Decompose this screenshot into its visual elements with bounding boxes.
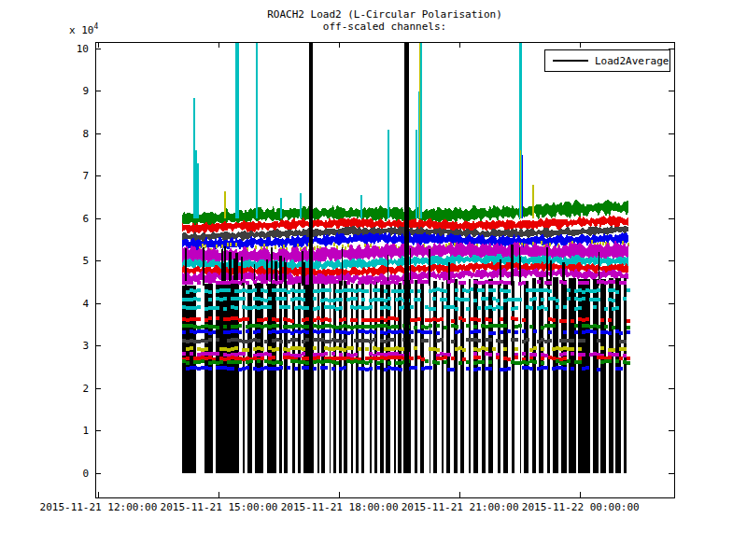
y-tick-label: 4 (57, 298, 89, 310)
figure: ROACH2 Load2 (L-Circular Polarisation) o… (0, 0, 747, 560)
y-tick-label: 8 (57, 128, 89, 140)
y-tick-label: 3 (57, 340, 89, 352)
x-tick-label: 2015-11-21 21:00:00 (390, 501, 530, 513)
y-tick-label: 6 (57, 213, 89, 225)
y-scale-label: x 104 (69, 21, 98, 36)
x-tick-label: 2015-11-21 15:00:00 (149, 501, 289, 513)
y-tick-label: 2 (57, 383, 89, 395)
y-scale-exponent: 4 (94, 22, 99, 31)
legend-box: Load2Average (544, 49, 670, 72)
x-tick-label: 2015-11-21 18:00:00 (270, 501, 410, 513)
x-tick-label: 2015-11-21 12:00:00 (28, 501, 168, 513)
chart-title: ROACH2 Load2 (L-Circular Polarisation) (95, 8, 674, 21)
legend-label: Load2Average (595, 55, 669, 67)
chart-subtitle: off-scaled channels: (95, 21, 674, 33)
y-tick-label: 7 (57, 170, 89, 182)
plot-area (0, 0, 747, 560)
y-tick-label: 1 (57, 425, 89, 437)
x-tick-label: 2015-11-22 00:00:00 (511, 501, 651, 513)
y-scale-prefix: x 10 (69, 24, 94, 36)
legend-line-sample (553, 60, 588, 62)
y-tick-label: 5 (57, 255, 89, 267)
y-tick-label: 10 (57, 43, 89, 55)
y-tick-label: 9 (57, 85, 89, 97)
y-tick-label: 0 (57, 468, 89, 480)
